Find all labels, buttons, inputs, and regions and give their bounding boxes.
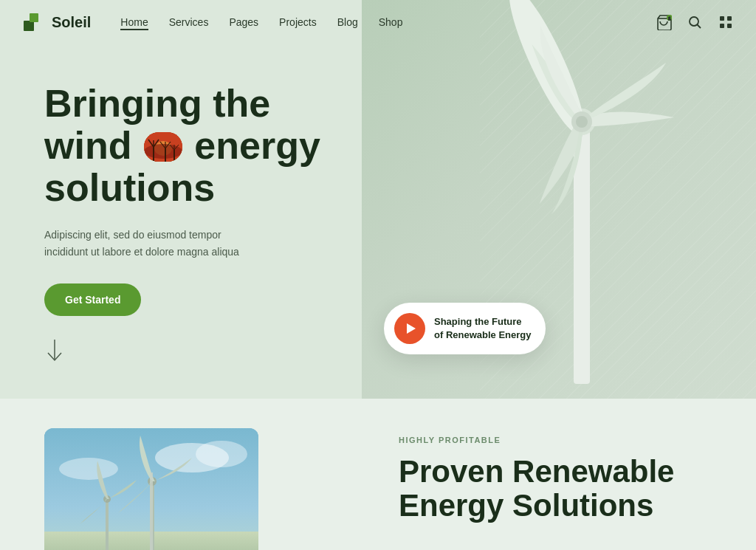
tag-label: HIGHLY PROFITABLE [399,436,726,444]
wind-farm-svg [44,428,258,550]
main-nav: Home Services Pages Projects Blog Shop [120,16,656,28]
grid-icon[interactable] [718,14,734,30]
logo[interactable]: Soleil [22,10,91,34]
get-started-button[interactable]: Get Started [44,283,141,316]
play-card[interactable]: Shaping the Futureof Renewable Energy [384,303,546,354]
bottom-left [0,399,362,550]
nav-item-services[interactable]: Services [169,16,209,28]
bottom-right: HIGHLY PROFITABLE Proven Renewable Energ… [362,399,756,537]
svg-rect-22 [173,150,175,162]
nav-item-blog[interactable]: Blog [337,16,358,28]
header: Soleil Home Services Pages Projects Blog… [0,0,756,44]
nav-item-home[interactable]: Home [120,16,148,28]
svg-point-32 [576,116,588,128]
search-icon[interactable] [687,14,703,30]
nav-item-pages[interactable]: Pages [229,16,258,28]
hero-title-wind: wind [44,124,142,167]
proven-title: Proven Renewable Energy Solutions [399,455,726,523]
svg-rect-9 [720,24,724,28]
svg-point-5 [690,17,698,26]
hero-right-panel: Shaping the Futureof Renewable Energy [362,0,756,399]
hero-left-panel: Bringing the wind [0,0,362,399]
svg-line-6 [698,25,701,29]
svg-point-36 [59,458,118,480]
svg-rect-38 [150,480,154,550]
scroll-down-arrow[interactable] [44,338,65,369]
wind-farm-image [44,428,258,550]
svg-rect-10 [727,24,732,28]
bottom-section: HIGHLY PROFITABLE Proven Renewable Energ… [0,399,756,550]
hero-subtitle: Adipiscing elit, sed do eiusmod tempor i… [44,227,266,260]
play-button[interactable] [394,313,425,344]
play-card-text: Shaping the Futureof Renewable Energy [434,315,531,342]
svg-rect-40 [106,498,109,550]
svg-rect-37 [44,532,258,550]
logo-icon [22,10,46,34]
hero-title-line1: Bringing the [44,82,270,125]
svg-rect-14 [153,147,154,162]
nav-item-shop[interactable]: Shop [379,16,403,28]
svg-rect-1 [30,13,38,22]
hero-section: Bringing the wind [0,0,756,399]
header-actions: 1 [656,14,734,30]
svg-point-35 [196,441,247,467]
wind-thumbnail [144,132,182,162]
proven-title-line1: Proven Renewable [399,454,674,489]
wind-thumbnail-inner [144,132,182,162]
hero-title-energy: energy [194,124,320,167]
svg-rect-18 [165,148,166,162]
svg-rect-8 [727,16,732,21]
logo-text: Soleil [52,14,91,31]
nav-item-projects[interactable]: Projects [279,16,317,28]
proven-title-line2: Energy Solutions [399,488,653,523]
cart-icon[interactable]: 1 [656,14,672,30]
hero-title-solutions: solutions [44,166,215,209]
svg-rect-7 [720,16,724,21]
hero-title: Bringing the wind [44,83,325,210]
svg-rect-0 [24,21,34,31]
